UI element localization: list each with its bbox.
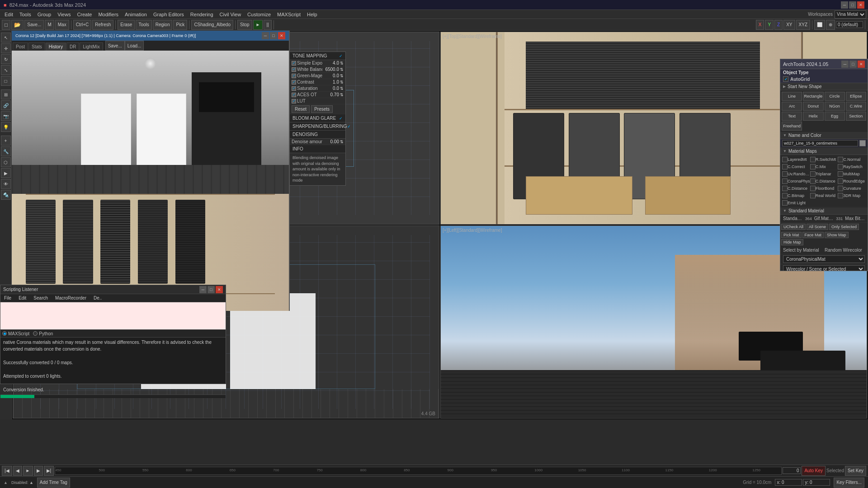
lut-check[interactable]: ✓ (292, 99, 296, 103)
shape-line[interactable]: Line (782, 92, 802, 101)
script-menu-edit[interactable]: Edit (17, 294, 28, 302)
move-tool[interactable]: ✛ (1, 43, 11, 53)
arch-window-controls[interactable]: ─ □ ✕ (841, 61, 865, 68)
menu-create[interactable]: Create (74, 10, 94, 19)
name-color-section[interactable]: ▼ Name and Color (780, 132, 868, 139)
rotate-tool[interactable]: ↻ (1, 54, 11, 64)
play-button[interactable]: ► (253, 20, 263, 30)
shape-ellipse[interactable]: Ellipse (846, 92, 866, 101)
menu-rendering[interactable]: Rendering (188, 10, 216, 19)
window-controls[interactable]: ─ □ ✕ (841, 1, 864, 9)
new-button[interactable]: □ (2, 20, 10, 30)
poly-select[interactable]: □ (1, 76, 11, 86)
load-render-btn[interactable]: Load... (125, 41, 144, 51)
shape-text[interactable]: Text (782, 112, 802, 121)
mat5-c1[interactable] (782, 193, 788, 198)
shape-rectangle[interactable]: Rectangle (803, 92, 823, 101)
radio-python[interactable]: Python (33, 331, 53, 336)
y-coord[interactable] (803, 479, 830, 486)
key-filters-btn[interactable]: Key Filters... (834, 478, 864, 488)
shape-donut[interactable]: Donut (803, 102, 823, 111)
pick-mat-btn[interactable]: Pick Mat (781, 232, 802, 238)
region-button[interactable]: Region (153, 20, 173, 30)
all-scene-btn[interactable]: All Scene (807, 224, 828, 230)
face-mat-btn[interactable]: Face Mat (802, 232, 824, 238)
arch-minimize[interactable]: ─ (841, 61, 849, 68)
xyz-y-button[interactable]: Y (765, 20, 774, 30)
light-tool[interactable]: 💡 (1, 122, 11, 132)
menu-maxscript[interactable]: MAXScript (274, 10, 303, 19)
menu-animation[interactable]: Animation (122, 10, 150, 19)
object-snap[interactable]: ⊕ (826, 20, 835, 30)
xyz-z-button[interactable]: Z (774, 20, 783, 30)
green-magenta-spinners[interactable]: ⇅ (340, 74, 344, 78)
menu-customize[interactable]: Customize (245, 10, 274, 19)
max-button[interactable]: Max (55, 20, 69, 30)
maximize-button[interactable]: □ (849, 1, 856, 9)
menu-group[interactable]: Group (35, 10, 54, 19)
script-menu-file[interactable]: File (2, 294, 13, 302)
radio-maxscript[interactable]: MAXScript (2, 331, 29, 336)
frame-input[interactable] (836, 21, 863, 28)
script-controls[interactable]: ─ □ ✕ (199, 286, 223, 293)
display-tool[interactable]: 👁 (1, 179, 11, 189)
create-tool[interactable]: + (1, 136, 11, 145)
tab-history[interactable]: History (46, 42, 66, 51)
auto-key-btn[interactable]: Auto Key (802, 466, 826, 476)
simple-exposure-spinners[interactable]: ⇅ (340, 61, 344, 66)
menu-civil-view[interactable]: Civil View (217, 10, 244, 19)
menu-graph-editors[interactable]: Graph Editors (151, 10, 187, 19)
corona-window-controls[interactable]: ─ □ ✕ (262, 32, 285, 39)
presets-btn[interactable]: Presets (311, 105, 333, 113)
mat3-c1[interactable] (782, 178, 788, 184)
add-time-tag-btn[interactable]: Add Time Tag (37, 478, 70, 488)
minimize-button[interactable]: ─ (841, 1, 848, 9)
reset-btn[interactable]: Reset (292, 105, 310, 113)
white-balance-spinners[interactable]: ⇅ (340, 67, 344, 72)
bloom-glare-section[interactable]: BLOOM AND GLARE ✓ (290, 114, 345, 122)
link-tool[interactable]: 🔗 (1, 100, 11, 110)
script-close[interactable]: ✕ (216, 286, 223, 293)
mat1-c1[interactable] (782, 164, 788, 169)
mat3-c3[interactable] (838, 178, 843, 184)
show-map-btn[interactable]: Show Map (825, 232, 849, 238)
x-coord[interactable] (775, 479, 802, 486)
timeline-track[interactable]: 450 500 550 600 650 700 750 800 850 900 … (55, 467, 782, 475)
timeline-next-btn[interactable]: ▶ (34, 466, 43, 476)
script-menu-more[interactable]: De.. (92, 294, 104, 302)
open-button[interactable]: 📂 (11, 20, 24, 30)
camera-tool[interactable]: 📷 (1, 111, 11, 121)
start-new-shape-section[interactable]: ▶ Start New Shape (780, 83, 868, 90)
mat0-c3[interactable] (838, 157, 843, 162)
shape-helix[interactable]: Helix (803, 112, 823, 121)
corona-minimize[interactable]: ─ (262, 32, 269, 39)
contrast-spinners[interactable]: ⇅ (340, 80, 344, 84)
timeline-prev-btn[interactable]: ◀ (13, 466, 22, 476)
m-button[interactable]: M (45, 20, 54, 30)
timeline-start-btn[interactable]: |◀ (2, 466, 12, 476)
saturation-spinners[interactable]: ⇅ (340, 86, 344, 91)
mat0-c1[interactable] (782, 157, 788, 162)
hier-tool[interactable]: ⬡ (1, 157, 11, 167)
pause-button[interactable]: || (264, 20, 271, 30)
standard-material-section[interactable]: ▼ Standard Material (780, 207, 868, 215)
corona-phys-select[interactable]: CoronaPhysicalMat (783, 255, 865, 263)
modify-tool[interactable]: 🔧 (1, 146, 11, 156)
mat6-c1[interactable] (782, 200, 788, 206)
saturation-check[interactable]: ✓ (292, 86, 296, 91)
save-button[interactable]: Save... (24, 20, 44, 30)
timeline-play-btn[interactable]: ► (23, 466, 33, 476)
xyz-x-button[interactable]: X (756, 20, 764, 30)
shading-button[interactable]: CShading_Albedo (191, 20, 233, 30)
info-section[interactable]: INFO (290, 145, 345, 153)
default-button[interactable]: ⬜ (814, 20, 825, 30)
menu-tools[interactable]: Tools (17, 10, 34, 19)
menu-edit[interactable]: Edit (2, 10, 16, 19)
shape-c-wire[interactable]: C.Wire (846, 102, 866, 111)
timeline-end-btn[interactable]: ▶| (44, 466, 54, 476)
green-magenta-check[interactable]: ✓ (292, 74, 296, 78)
mat3-c2[interactable] (810, 178, 816, 184)
script-input-area[interactable] (0, 302, 226, 329)
aces-ot-spinners[interactable]: ⇅ (340, 93, 344, 97)
script-menu-macrorecorder[interactable]: MacroRecorder (53, 294, 88, 302)
